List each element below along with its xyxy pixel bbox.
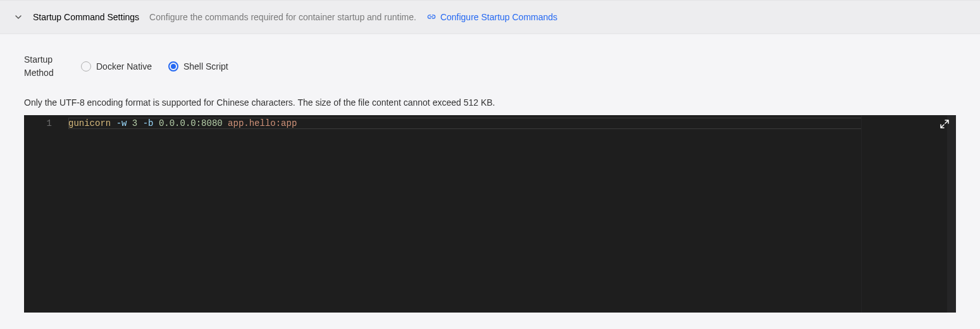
token-command: gunicorn <box>68 118 111 128</box>
code-line-1[interactable]: gunicorn -w 3 -b 0.0.0.0:8080 app.hello:… <box>68 118 956 129</box>
radio-docker-label: Docker Native <box>96 61 152 71</box>
token-flag: -b <box>143 118 154 128</box>
configure-commands-label: Configure Startup Commands <box>440 12 557 22</box>
radio-icon-unchecked <box>81 61 91 71</box>
content-area: Startup Method Docker Native Shell Scrip… <box>0 34 980 313</box>
section-title: Startup Command Settings <box>33 12 139 22</box>
startup-method-row: Startup Method Docker Native Shell Scrip… <box>24 53 956 80</box>
editor-minimap[interactable] <box>861 115 937 313</box>
radio-shell-script[interactable]: Shell Script <box>168 61 228 71</box>
editor-scrollbar[interactable] <box>947 115 956 313</box>
token-target: app.hello:app <box>228 118 297 128</box>
code-editor[interactable]: 1 gunicorn -w 3 -b 0.0.0.0:8080 app.hell… <box>24 115 956 313</box>
radio-icon-checked <box>168 61 178 71</box>
editor-body[interactable]: gunicorn -w 3 -b 0.0.0.0:8080 app.hello:… <box>68 115 956 313</box>
token-flag: -w <box>116 118 127 128</box>
radio-shell-label: Shell Script <box>183 61 228 71</box>
radio-docker-native[interactable]: Docker Native <box>81 61 152 71</box>
token-number: 3 <box>132 118 137 128</box>
startup-method-radio-group: Docker Native Shell Script <box>81 61 228 71</box>
section-subtitle: Configure the commands required for cont… <box>149 12 416 22</box>
startup-method-label: Startup Method <box>24 53 81 80</box>
link-icon <box>426 12 437 22</box>
chevron-down-icon[interactable] <box>14 13 23 22</box>
section-header: Startup Command Settings Configure the c… <box>0 0 980 34</box>
expand-icon[interactable] <box>940 119 950 129</box>
configure-commands-link[interactable]: Configure Startup Commands <box>426 12 557 22</box>
editor-gutter: 1 <box>24 115 68 313</box>
encoding-hint: Only the UTF-8 encoding format is suppor… <box>24 97 956 108</box>
line-number: 1 <box>24 118 52 129</box>
token-address: 0.0.0.0:8080 <box>159 118 223 128</box>
